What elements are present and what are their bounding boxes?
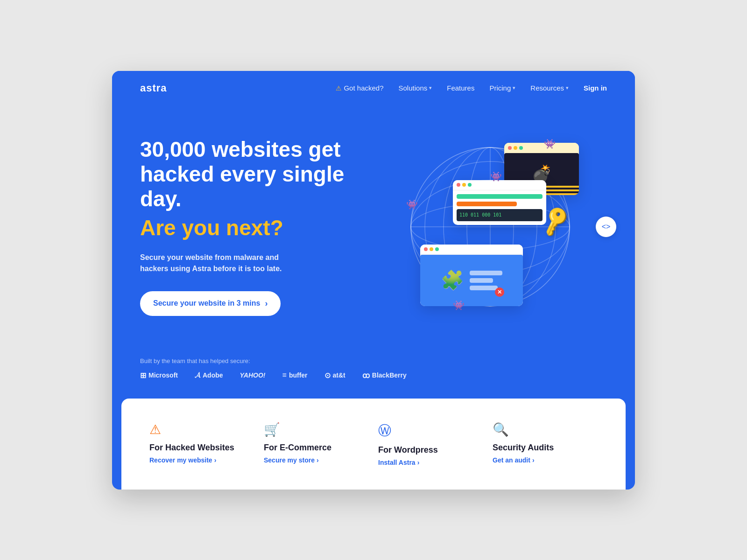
- bug-sprite-1: 👾: [544, 138, 556, 149]
- browser-card-puzzle: 🧩 ✕: [420, 245, 523, 306]
- dot-green-3: [435, 247, 439, 251]
- line-3: [470, 286, 498, 290]
- card-code-body: 110 011 000 101: [453, 190, 546, 225]
- trusted-logos: ⊞ Microsoft 𝓐 Adobe YAHOO! ≡ buffer ⊙ at…: [140, 371, 607, 380]
- code-icon: <>: [602, 223, 611, 231]
- dot-green-2: [468, 183, 472, 187]
- hero-illustration: 💣 110 011 000 101: [374, 129, 607, 325]
- chevron-down-icon-3: ▾: [566, 85, 569, 91]
- hero-section: 30,000 websites get hacked every single …: [112, 105, 635, 357]
- services-section: ⚠ For Hacked Websites Recover my website…: [121, 399, 626, 490]
- hero-heading: 30,000 websites get hacked every single …: [140, 137, 374, 211]
- globe-illustration: 💣 110 011 000 101: [397, 133, 584, 320]
- arrow-icon-1: ›: [214, 456, 217, 464]
- chevron-down-icon: ▾: [429, 85, 432, 91]
- logo-microsoft: ⊞ Microsoft: [140, 371, 178, 380]
- hero-content: 30,000 websites get hacked every single …: [140, 137, 374, 316]
- line-2: [470, 278, 493, 283]
- progress-bar-orange: [457, 202, 517, 206]
- cart-icon: 🛒: [264, 422, 369, 437]
- hero-subheading-yellow: Are you next?: [140, 215, 374, 241]
- puzzle-icon: 🧩: [441, 269, 464, 291]
- carousel-next-button[interactable]: <>: [596, 217, 616, 237]
- wordpress-icon: Ⓦ: [378, 422, 483, 440]
- service-security-audits: 🔍 Security Audits Get an audit ›: [493, 417, 598, 471]
- card-puzzle-body: 🧩 ✕: [420, 255, 523, 306]
- service-audits-title: Security Audits: [493, 443, 598, 453]
- trusted-label: Built by the team that has helped secure…: [140, 357, 607, 364]
- arrow-right-icon: ›: [265, 299, 268, 308]
- dot-red-3: [424, 247, 428, 251]
- bug-sprite-4: 👾: [490, 171, 502, 182]
- search-icon: 🔍: [493, 422, 598, 437]
- microsoft-icon: ⊞: [140, 371, 146, 380]
- logo-buffer: ≡ buffer: [282, 371, 308, 379]
- att-icon: ⊙: [324, 371, 331, 380]
- nav-got-hacked-label: Got hacked?: [344, 84, 383, 92]
- content-lines: [470, 271, 502, 290]
- nav-solutions[interactable]: Solutions ▾: [399, 84, 432, 92]
- service-ecommerce: 🛒 For E-Commerce Secure my store ›: [264, 417, 369, 471]
- browser-window: astra ⚠ Got hacked? Solutions ▾ Features…: [112, 71, 635, 490]
- signin-button[interactable]: Sign in: [584, 84, 607, 92]
- logo-blackberry: ꝏ BlackBerry: [362, 371, 407, 380]
- secure-store-link[interactable]: Secure my store ›: [264, 456, 369, 464]
- nav-got-hacked[interactable]: ⚠ Got hacked?: [336, 84, 383, 92]
- hero-subtext: Secure your website from malware and hac…: [140, 252, 336, 274]
- logo-adobe: 𝓐 Adobe: [195, 371, 223, 379]
- nav-pricing[interactable]: Pricing ▾: [489, 84, 515, 92]
- chevron-down-icon-2: ▾: [513, 85, 515, 91]
- arrow-icon-2: ›: [317, 456, 319, 464]
- trusted-section: Built by the team that has helped secure…: [112, 357, 635, 399]
- nav-links: ⚠ Got hacked? Solutions ▾ Features Prici…: [336, 84, 607, 92]
- dot-yellow-2: [462, 183, 466, 187]
- bug-sprite-2: 👾: [406, 199, 418, 210]
- get-audit-link[interactable]: Get an audit ›: [493, 456, 598, 464]
- dot-red-2: [457, 183, 460, 187]
- nav-pricing-label: Pricing: [489, 84, 511, 92]
- arrow-icon-3: ›: [417, 459, 420, 466]
- adobe-icon: 𝓐: [195, 371, 200, 379]
- hero-cta-button[interactable]: Secure your website in 3 mins ›: [140, 291, 281, 316]
- service-wordpress: Ⓦ For Wordpress Install Astra ›: [378, 417, 483, 471]
- alert-icon: ⚠: [336, 84, 342, 92]
- nav-features-label: Features: [447, 84, 474, 92]
- nav-solutions-label: Solutions: [399, 84, 428, 92]
- service-hacked-websites: ⚠ For Hacked Websites Recover my website…: [149, 417, 254, 471]
- install-astra-link[interactable]: Install Astra ›: [378, 459, 483, 466]
- nav-resources-label: Resources: [530, 84, 564, 92]
- service-ecommerce-title: For E-Commerce: [264, 443, 369, 453]
- logo[interactable]: astra: [140, 82, 167, 94]
- nav-resources[interactable]: Resources ▾: [530, 84, 569, 92]
- code-display: 110 011 000 101: [457, 209, 543, 221]
- dot-red: [508, 146, 512, 150]
- browser-card-code: 110 011 000 101: [453, 180, 546, 225]
- blackberry-icon: ꝏ: [362, 371, 370, 380]
- service-wordpress-title: For Wordpress: [378, 445, 483, 455]
- error-badge: ✕: [495, 287, 504, 297]
- navbar: astra ⚠ Got hacked? Solutions ▾ Features…: [112, 71, 635, 105]
- dot-yellow: [514, 146, 517, 150]
- logo-yahoo: YAHOO!: [240, 371, 266, 379]
- line-1: [470, 271, 502, 275]
- warning-triangle-icon: ⚠: [149, 422, 254, 437]
- arrow-icon-4: ›: [532, 456, 535, 464]
- bug-sprite-3: 👾: [453, 300, 465, 311]
- dot-green: [519, 146, 523, 150]
- buffer-icon: ≡: [282, 371, 287, 379]
- hero-cta-label: Secure your website in 3 mins: [153, 299, 260, 308]
- nav-features[interactable]: Features: [447, 84, 474, 92]
- recover-website-link[interactable]: Recover my website ›: [149, 456, 254, 464]
- progress-bar-green: [457, 194, 543, 199]
- dot-yellow-3: [430, 247, 433, 251]
- service-hacked-title: For Hacked Websites: [149, 443, 254, 453]
- logo-att: ⊙ at&t: [324, 371, 345, 380]
